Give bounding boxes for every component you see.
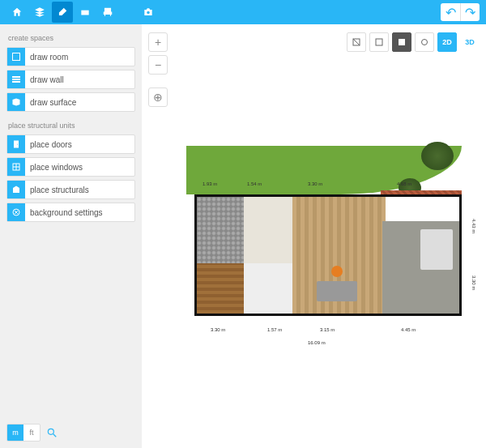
top-left-tools xyxy=(6,2,159,23)
wall-icon xyxy=(7,70,25,88)
svg-line-13 xyxy=(53,434,57,437)
draw-wall-button[interactable]: draw wall xyxy=(6,70,135,89)
floorplan[interactable]: 1.93 m 1.54 m 3.30 m 4.68 m 3.30 m 1.57 … xyxy=(186,146,462,340)
zoom-out-button[interactable]: − xyxy=(148,55,168,75)
svg-rect-6 xyxy=(14,141,19,148)
dim-label: 3.30 m xyxy=(211,327,225,332)
home-icon[interactable] xyxy=(6,2,28,23)
view-option-1[interactable] xyxy=(347,32,366,52)
zoom-group: + − ⊕ xyxy=(148,32,168,107)
kitchen-room xyxy=(244,197,292,263)
background-icon xyxy=(7,203,25,221)
measure-icon[interactable] xyxy=(44,425,60,441)
undo-button[interactable]: ↶ xyxy=(441,3,460,21)
tool-label: draw wall xyxy=(30,75,64,84)
view-controls: 2D 3D xyxy=(347,32,480,52)
dim-label: 1.93 m xyxy=(202,181,217,186)
bottom-tools: m ft xyxy=(6,424,60,442)
svg-line-15 xyxy=(353,39,360,45)
unit-m-button[interactable]: m xyxy=(7,425,23,441)
place-windows-button[interactable]: place windows xyxy=(6,157,135,177)
tool-label: draw room xyxy=(30,53,68,62)
dim-label: 3.30 m xyxy=(308,181,322,186)
svg-rect-4 xyxy=(12,79,20,80)
view-option-3[interactable] xyxy=(392,32,411,52)
layers-icon[interactable] xyxy=(29,2,50,23)
view-option-4[interactable] xyxy=(415,32,434,52)
center-button[interactable]: ⊕ xyxy=(148,87,168,107)
svg-rect-0 xyxy=(81,11,88,15)
svg-rect-16 xyxy=(376,39,382,45)
view-option-2[interactable] xyxy=(369,32,389,52)
section-create-spaces-label: create spaces xyxy=(8,34,135,42)
topbar: ↶ ↷ xyxy=(0,0,486,24)
build-icon[interactable] xyxy=(52,2,73,23)
dim-label: 4.68 m xyxy=(397,181,411,186)
tool-label: background settings xyxy=(30,208,103,217)
dim-total: 16.09 m xyxy=(308,340,326,345)
building-outline xyxy=(194,194,462,316)
view-3d-button[interactable]: 3D xyxy=(460,32,480,52)
unit-ft-button[interactable]: ft xyxy=(23,425,40,441)
canvas[interactable]: + − ⊕ 2D 3D xyxy=(142,24,486,448)
chair-icon[interactable] xyxy=(97,2,118,23)
bedroom xyxy=(382,221,459,314)
place-structurals-button[interactable]: place structurals xyxy=(6,180,135,199)
bathroom xyxy=(244,263,292,314)
bed xyxy=(420,229,453,270)
room-icon xyxy=(7,48,25,66)
gravel-area xyxy=(197,197,244,266)
living-room xyxy=(292,197,386,314)
draw-room-button[interactable]: draw room xyxy=(6,47,135,66)
view-2d-button[interactable]: 2D xyxy=(437,32,457,52)
tool-label: place structurals xyxy=(30,186,89,194)
draw-surface-button[interactable]: draw surface xyxy=(6,92,135,112)
tool-label: place doors xyxy=(30,140,72,149)
svg-rect-3 xyxy=(12,76,20,78)
dim-label: 3.15 m xyxy=(320,327,335,332)
structural-icon xyxy=(7,181,25,198)
undo-redo-group: ↶ ↷ xyxy=(441,3,480,21)
dim-label: 4.43 m xyxy=(471,219,476,233)
sidebar: create spaces draw room draw wall draw s… xyxy=(0,24,142,448)
dim-label: 1.54 m xyxy=(247,181,262,186)
ottoman xyxy=(331,266,343,277)
dim-label: 4.45 m xyxy=(401,327,416,332)
window-icon xyxy=(7,158,25,176)
camera-icon[interactable] xyxy=(138,2,159,23)
svg-point-7 xyxy=(17,144,18,145)
tool-label: draw surface xyxy=(30,98,76,107)
place-doors-button[interactable]: place doors xyxy=(6,134,135,154)
unit-toggle: m ft xyxy=(6,424,40,442)
surface-icon xyxy=(7,93,25,111)
dim-label: 1.57 m xyxy=(267,327,282,332)
door-icon xyxy=(7,135,25,153)
zoom-in-button[interactable]: + xyxy=(148,32,168,52)
tool-label: place windows xyxy=(30,163,83,172)
svg-point-18 xyxy=(422,40,428,45)
top-right-tools: ↶ ↷ xyxy=(441,3,480,21)
sofa xyxy=(317,281,357,301)
svg-rect-17 xyxy=(399,39,405,45)
svg-point-1 xyxy=(147,11,150,14)
main: create spaces draw room draw wall draw s… xyxy=(0,24,486,448)
bush-icon xyxy=(421,142,454,170)
background-settings-button[interactable]: background settings xyxy=(6,203,135,222)
svg-rect-2 xyxy=(13,53,20,61)
redo-button[interactable]: ↷ xyxy=(460,3,480,21)
section-structural-label: place structural units xyxy=(8,122,135,130)
svg-point-12 xyxy=(48,429,53,434)
furniture-icon[interactable] xyxy=(75,2,96,23)
svg-rect-5 xyxy=(12,81,20,83)
dim-label: 3.30 m xyxy=(471,275,476,290)
